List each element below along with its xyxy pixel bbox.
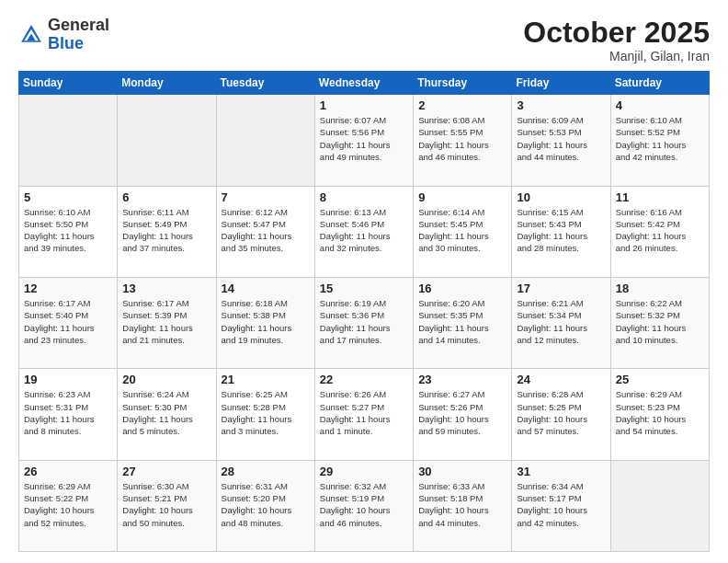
calendar-cell: 15Sunrise: 6:19 AM Sunset: 5:36 PM Dayli… xyxy=(314,277,413,368)
day-info: Sunrise: 6:17 AM Sunset: 5:39 PM Dayligh… xyxy=(122,297,210,346)
day-number: 22 xyxy=(320,373,408,386)
day-info: Sunrise: 6:24 AM Sunset: 5:30 PM Dayligh… xyxy=(122,388,210,437)
day-info: Sunrise: 6:34 AM Sunset: 5:17 PM Dayligh… xyxy=(517,480,605,529)
day-info: Sunrise: 6:11 AM Sunset: 5:49 PM Dayligh… xyxy=(122,206,210,255)
day-number: 8 xyxy=(320,190,408,204)
logo-icon xyxy=(18,22,44,48)
day-number: 25 xyxy=(616,373,704,386)
day-number: 2 xyxy=(418,98,506,112)
weekday-header-monday: Monday xyxy=(118,72,216,95)
day-info: Sunrise: 6:22 AM Sunset: 5:32 PM Dayligh… xyxy=(616,297,704,346)
day-number: 12 xyxy=(24,282,112,295)
calendar-cell: 7Sunrise: 6:12 AM Sunset: 5:47 PM Daylig… xyxy=(216,186,314,277)
day-info: Sunrise: 6:15 AM Sunset: 5:43 PM Dayligh… xyxy=(517,206,605,255)
weekday-header-thursday: Thursday xyxy=(414,72,512,95)
calendar-cell: 4Sunrise: 6:10 AM Sunset: 5:52 PM Daylig… xyxy=(610,95,709,186)
day-info: Sunrise: 6:08 AM Sunset: 5:55 PM Dayligh… xyxy=(418,114,506,163)
calendar-cell: 1Sunrise: 6:07 AM Sunset: 5:56 PM Daylig… xyxy=(314,95,413,186)
calendar-cell: 21Sunrise: 6:25 AM Sunset: 5:28 PM Dayli… xyxy=(216,369,314,460)
day-number: 28 xyxy=(222,465,310,478)
calendar-cell: 23Sunrise: 6:27 AM Sunset: 5:26 PM Dayli… xyxy=(414,369,512,460)
day-info: Sunrise: 6:13 AM Sunset: 5:46 PM Dayligh… xyxy=(320,206,408,255)
calendar-cell xyxy=(610,460,709,551)
day-info: Sunrise: 6:29 AM Sunset: 5:23 PM Dayligh… xyxy=(616,388,704,437)
day-number: 13 xyxy=(122,282,210,295)
calendar-cell: 9Sunrise: 6:14 AM Sunset: 5:45 PM Daylig… xyxy=(414,186,512,277)
calendar-week-1: 1Sunrise: 6:07 AM Sunset: 5:56 PM Daylig… xyxy=(19,95,710,186)
day-info: Sunrise: 6:28 AM Sunset: 5:25 PM Dayligh… xyxy=(517,388,605,437)
logo-general: General xyxy=(48,16,109,34)
day-number: 16 xyxy=(418,282,506,295)
calendar-cell: 29Sunrise: 6:32 AM Sunset: 5:19 PM Dayli… xyxy=(314,460,413,551)
location-subtitle: Manjil, Gilan, Iran xyxy=(523,49,710,63)
day-info: Sunrise: 6:10 AM Sunset: 5:50 PM Dayligh… xyxy=(24,206,112,255)
day-info: Sunrise: 6:14 AM Sunset: 5:45 PM Dayligh… xyxy=(418,206,506,255)
day-number: 15 xyxy=(320,282,408,295)
day-info: Sunrise: 6:21 AM Sunset: 5:34 PM Dayligh… xyxy=(517,297,605,346)
calendar-cell: 2Sunrise: 6:08 AM Sunset: 5:55 PM Daylig… xyxy=(414,95,512,186)
calendar-cell: 30Sunrise: 6:33 AM Sunset: 5:18 PM Dayli… xyxy=(414,460,512,551)
day-number: 26 xyxy=(24,465,112,478)
day-number: 18 xyxy=(616,282,704,295)
logo-blue: Blue xyxy=(48,34,84,52)
month-title: October 2025 xyxy=(523,17,710,49)
day-number: 30 xyxy=(418,465,506,478)
calendar-cell: 3Sunrise: 6:09 AM Sunset: 5:53 PM Daylig… xyxy=(512,95,610,186)
calendar-cell: 5Sunrise: 6:10 AM Sunset: 5:50 PM Daylig… xyxy=(19,186,118,277)
day-info: Sunrise: 6:32 AM Sunset: 5:19 PM Dayligh… xyxy=(320,480,408,529)
calendar-cell: 17Sunrise: 6:21 AM Sunset: 5:34 PM Dayli… xyxy=(512,277,610,368)
weekday-header-tuesday: Tuesday xyxy=(216,72,314,95)
calendar-cell: 31Sunrise: 6:34 AM Sunset: 5:17 PM Dayli… xyxy=(512,460,610,551)
title-block: October 2025 Manjil, Gilan, Iran xyxy=(523,17,710,63)
day-number: 24 xyxy=(517,373,605,386)
day-info: Sunrise: 6:23 AM Sunset: 5:31 PM Dayligh… xyxy=(24,388,112,437)
weekday-header-friday: Friday xyxy=(512,72,610,95)
day-info: Sunrise: 6:17 AM Sunset: 5:40 PM Dayligh… xyxy=(24,297,112,346)
calendar-cell: 6Sunrise: 6:11 AM Sunset: 5:49 PM Daylig… xyxy=(118,186,216,277)
day-info: Sunrise: 6:09 AM Sunset: 5:53 PM Dayligh… xyxy=(517,114,605,163)
day-number: 31 xyxy=(517,465,605,478)
day-info: Sunrise: 6:30 AM Sunset: 5:21 PM Dayligh… xyxy=(122,480,210,529)
day-info: Sunrise: 6:25 AM Sunset: 5:28 PM Dayligh… xyxy=(222,388,310,437)
day-number: 9 xyxy=(418,190,506,204)
day-number: 21 xyxy=(222,373,310,386)
day-info: Sunrise: 6:31 AM Sunset: 5:20 PM Dayligh… xyxy=(222,480,310,529)
calendar-cell: 27Sunrise: 6:30 AM Sunset: 5:21 PM Dayli… xyxy=(118,460,216,551)
calendar-cell xyxy=(216,95,314,186)
calendar-week-2: 5Sunrise: 6:10 AM Sunset: 5:50 PM Daylig… xyxy=(19,186,710,277)
weekday-header-sunday: Sunday xyxy=(19,72,118,95)
page: General Blue October 2025 Manjil, Gilan,… xyxy=(0,0,728,563)
day-number: 10 xyxy=(517,190,605,204)
day-number: 1 xyxy=(320,98,408,112)
day-info: Sunrise: 6:20 AM Sunset: 5:35 PM Dayligh… xyxy=(418,297,506,346)
logo-text: General Blue xyxy=(48,17,109,53)
day-info: Sunrise: 6:19 AM Sunset: 5:36 PM Dayligh… xyxy=(320,297,408,346)
calendar-cell: 18Sunrise: 6:22 AM Sunset: 5:32 PM Dayli… xyxy=(610,277,709,368)
day-info: Sunrise: 6:26 AM Sunset: 5:27 PM Dayligh… xyxy=(320,388,408,437)
day-number: 3 xyxy=(517,98,605,112)
day-info: Sunrise: 6:12 AM Sunset: 5:47 PM Dayligh… xyxy=(222,206,310,255)
calendar-cell: 26Sunrise: 6:29 AM Sunset: 5:22 PM Dayli… xyxy=(19,460,118,551)
day-number: 6 xyxy=(122,190,210,204)
weekday-header-row: SundayMondayTuesdayWednesdayThursdayFrid… xyxy=(19,72,710,95)
calendar-cell: 25Sunrise: 6:29 AM Sunset: 5:23 PM Dayli… xyxy=(610,369,709,460)
header: General Blue October 2025 Manjil, Gilan,… xyxy=(18,17,710,63)
weekday-header-saturday: Saturday xyxy=(610,72,709,95)
calendar-cell: 16Sunrise: 6:20 AM Sunset: 5:35 PM Dayli… xyxy=(414,277,512,368)
calendar-cell: 19Sunrise: 6:23 AM Sunset: 5:31 PM Dayli… xyxy=(19,369,118,460)
day-info: Sunrise: 6:16 AM Sunset: 5:42 PM Dayligh… xyxy=(616,206,704,255)
day-number: 5 xyxy=(24,190,112,204)
calendar-cell: 14Sunrise: 6:18 AM Sunset: 5:38 PM Dayli… xyxy=(216,277,314,368)
calendar-cell: 12Sunrise: 6:17 AM Sunset: 5:40 PM Dayli… xyxy=(19,277,118,368)
day-number: 11 xyxy=(616,190,704,204)
day-number: 7 xyxy=(222,190,310,204)
day-info: Sunrise: 6:27 AM Sunset: 5:26 PM Dayligh… xyxy=(418,388,506,437)
day-number: 14 xyxy=(222,282,310,295)
calendar-cell xyxy=(19,95,118,186)
calendar-cell: 10Sunrise: 6:15 AM Sunset: 5:43 PM Dayli… xyxy=(512,186,610,277)
day-number: 20 xyxy=(122,373,210,386)
calendar-cell: 13Sunrise: 6:17 AM Sunset: 5:39 PM Dayli… xyxy=(118,277,216,368)
day-info: Sunrise: 6:29 AM Sunset: 5:22 PM Dayligh… xyxy=(24,480,112,529)
day-number: 17 xyxy=(517,282,605,295)
day-number: 27 xyxy=(122,465,210,478)
